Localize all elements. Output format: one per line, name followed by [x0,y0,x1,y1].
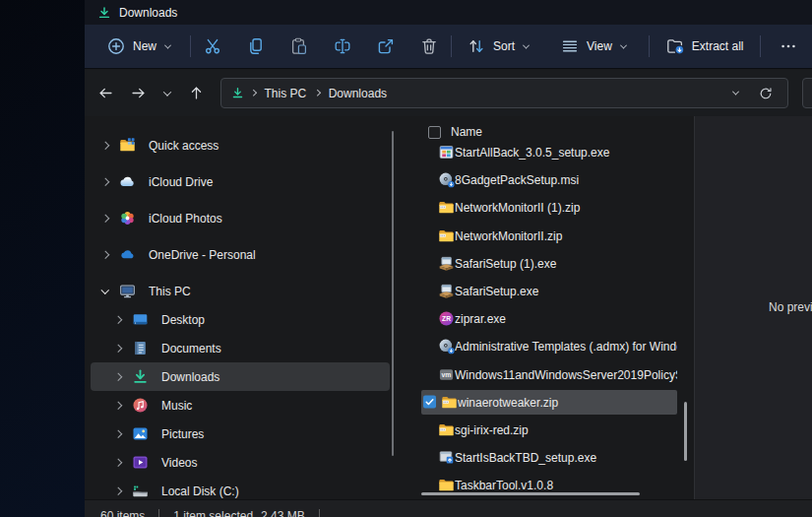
file-list-horizontal-scrollbar[interactable] [421,492,640,495]
checkbox-checked-icon[interactable] [423,395,436,408]
chevron-right-icon[interactable] [98,216,112,222]
disk-drive-icon [132,483,149,499]
view-icon [560,36,580,56]
address-bar[interactable]: This PC Downloads [220,78,788,108]
file-row[interactable]: SafariSetup (1).exe [400,250,689,278]
file-name: SafariSetup (1).exe [455,257,677,271]
chevron-right-icon [314,90,320,96]
file-row[interactable]: NetworkMonitorII (1).zip [400,194,689,222]
zip-folder-icon [441,394,458,411]
file-row[interactable]: ZRziprar.exe [400,305,689,333]
delete-button[interactable] [407,30,451,63]
file-name: StartAllBack_3.0.5_setup.exe [455,146,677,160]
folder-icon [438,477,455,493]
refresh-icon[interactable] [758,86,774,101]
file-row[interactable]: winaerotweaker.zip [400,389,689,417]
sidebar-item-label: This PC [149,285,191,298]
breadcrumb-this-pc[interactable]: This PC [263,87,309,100]
music-icon [132,397,149,414]
paste-button[interactable] [278,30,321,63]
rename-button[interactable] [321,30,364,63]
chevron-right-icon[interactable] [111,431,125,437]
file-row[interactable]: StartAllBack_3.0.5_setup.exe [400,139,689,166]
documents-icon [132,340,149,356]
extract-all-button[interactable]: Extract all [657,30,752,63]
sidebar-item-local-disk-c[interactable]: Local Disk (C:) [91,477,390,499]
sidebar-item-icloud-photos[interactable]: iCloud Photos [91,204,390,232]
videos-icon [132,454,149,471]
up-button[interactable] [180,78,213,109]
chevron-right-icon[interactable] [111,403,125,409]
installer-window-icon [438,144,455,161]
file-row[interactable]: StartIsBackTBD_setup.exe [400,444,689,472]
sidebar-item-pictures[interactable]: Pictures [91,420,390,448]
chevron-right-icon[interactable] [111,374,125,380]
file-list-vertical-scrollbar[interactable] [684,402,687,461]
tab-downloads[interactable]: Downloads [97,0,187,25]
breadcrumb-downloads[interactable]: Downloads [327,87,389,100]
disc-icon [438,338,455,355]
sidebar-item-documents[interactable]: Documents [91,334,390,362]
navigation-pane: Quick accessiCloud DriveiCloud PhotosOne… [85,116,400,499]
select-all-checkbox[interactable] [428,126,441,139]
chevron-right-icon[interactable] [111,346,125,352]
sidebar-item-videos[interactable]: Videos [91,448,390,477]
sidebar-item-label: Desktop [161,313,205,327]
new-button-label: New [133,39,156,53]
file-name: winaerotweaker.zip [458,396,677,410]
file-row[interactable]: NetworkMonitorII.zip [400,223,689,250]
sidebar-item-downloads[interactable]: Downloads [91,362,390,391]
pictures-icon [132,425,149,442]
tab-title: Downloads [119,6,177,20]
file-row[interactable]: SafariSetup.exe [400,278,689,305]
sidebar-item-this-pc[interactable]: This PC [91,277,390,305]
zip-folder-icon [438,227,455,244]
column-header-name[interactable]: Name [451,125,482,139]
file-name: 8GadgetPackSetup.msi [455,173,677,187]
sidebar-item-quick-access[interactable]: Quick access [91,131,390,160]
paste-icon [289,36,309,56]
copy-button[interactable] [234,30,278,63]
cut-button[interactable] [191,30,234,63]
sidebar-scrollbar[interactable] [392,131,394,456]
address-bar-row: This PC Downloads [85,70,812,116]
sidebar-item-label: Quick access [149,139,219,153]
file-row[interactable]: Administrative Templates (.admx) for Win… [400,333,689,360]
file-name: Administrative Templates (.admx) for Win… [455,340,677,354]
chevron-down-icon[interactable] [98,289,112,294]
sidebar-item-icloud-drive[interactable]: iCloud Drive [91,167,390,196]
chevron-right-icon[interactable] [98,179,112,185]
toolbar-divider [760,35,761,57]
sidebar-item-music[interactable]: Music [91,391,390,420]
more-options-button[interactable] [767,30,810,63]
new-button[interactable]: New [98,30,178,63]
chevron-right-icon[interactable] [98,143,112,149]
quick-access-icon [119,137,136,154]
view-button[interactable]: View [552,30,634,63]
chevron-right-icon[interactable] [111,460,125,466]
preview-pane: No preview available [694,116,812,499]
svg-text:ZR: ZR [442,315,451,322]
forward-button[interactable] [122,78,155,109]
share-button[interactable] [364,30,407,63]
recent-locations-button[interactable] [155,78,180,109]
search-input[interactable] [802,78,812,108]
chevron-right-icon[interactable] [111,317,125,323]
back-button[interactable] [90,78,122,109]
downloads-icon [97,6,111,20]
file-row[interactable]: 8GadgetPackSetup.msi [400,166,689,194]
sidebar-item-onedrive-personal[interactable]: OneDrive - Personal [91,240,390,269]
file-row[interactable]: vmWindows11andWindowsServer2019PolicySet… [400,361,689,389]
sidebar-item-label: iCloud Photos [149,212,222,226]
chevron-right-icon[interactable] [111,488,125,494]
file-name: NetworkMonitorII.zip [455,229,677,243]
rename-icon [333,36,352,56]
address-dropdown-chevron-icon[interactable] [732,89,739,96]
status-bar: 60 items 1 item selected 2.43 MB [85,499,812,517]
sidebar-item-desktop[interactable]: Desktop [91,305,390,334]
downloads-icon [231,87,244,99]
chevron-right-icon[interactable] [98,252,112,258]
file-row[interactable]: sgi-irix-red.zip [400,417,689,444]
sort-button[interactable]: Sort [459,30,536,63]
zip-folder-icon [438,199,455,216]
